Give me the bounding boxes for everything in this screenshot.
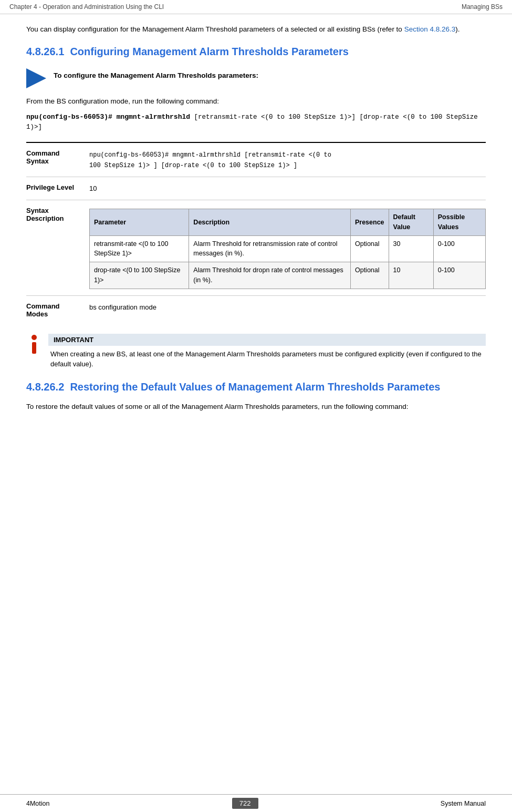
intro-text2: ). <box>455 25 459 33</box>
page-footer: 4Motion 722 System Manual <box>0 794 512 812</box>
table-row: drop-rate <(0 to 100 StepSize 1)> Alarm … <box>90 262 486 289</box>
important-header: IMPORTANT <box>48 334 486 346</box>
section-4826-1-heading: 4.8.26.1 Configuring Management Alarm Th… <box>26 46 486 58</box>
row2-possible: 0-100 <box>433 262 485 289</box>
main-content: You can display configuration for the Ma… <box>0 14 512 449</box>
col-parameter: Parameter <box>90 209 189 236</box>
row2-param: drop-rate <(0 to 100 StepSize 1)> <box>90 262 189 289</box>
section-4826-1-title: Configuring Management Alarm Thresholds … <box>70 46 348 57</box>
privilege-level-content: 10 <box>84 177 486 200</box>
command-bold: npu(config-bs-66053)# mngmnt-alrmthrshld <box>26 113 190 121</box>
param-table: Parameter Description Presence Default V… <box>89 209 486 289</box>
header-section: Managing BSs <box>462 3 503 11</box>
command-display: npu(config-bs-66053)# mngmnt-alrmthrshld… <box>26 112 486 132</box>
footer-page: 722 <box>232 798 258 809</box>
command-modes-section: Command Modes bs configuration mode <box>26 295 486 324</box>
intro-text1: You can display configuration for the Ma… <box>26 25 404 33</box>
col-presence: Presence <box>350 209 389 236</box>
important-icon <box>26 334 42 355</box>
row1-param: retransmit-rate <(0 to 100 StepSize 1)> <box>90 235 189 262</box>
command-syntax-text: npu(config-bs-66053)# mngmnt-alrmthrshld… <box>89 151 331 169</box>
row2-default: 10 <box>389 262 433 289</box>
syntax-desc-section: Syntax Description Parameter Description… <box>26 200 486 295</box>
section-4826-2-heading: 4.8.26.2 Restoring the Default Values of… <box>26 380 486 394</box>
table-row: retransmit-rate <(0 to 100 StepSize 1)> … <box>90 235 486 262</box>
important-content: IMPORTANT When creating a new BS, at lea… <box>48 334 486 369</box>
intro-paragraph: You can display configuration for the Ma… <box>26 24 486 35</box>
note-box: To configure the Management Alarm Thresh… <box>26 67 486 88</box>
syntax-desc-content: Parameter Description Presence Default V… <box>84 200 486 295</box>
row1-default: 30 <box>389 235 433 262</box>
command-modes-label: Command Modes <box>26 296 84 324</box>
footer-right: System Manual <box>441 800 486 807</box>
row1-possible: 0-100 <box>433 235 485 262</box>
body-para-1: From the BS configuration mode, run the … <box>26 96 486 107</box>
command-modes-content: bs configuration mode <box>84 296 486 324</box>
arrow-icon <box>26 68 46 88</box>
svg-marker-0 <box>26 68 46 88</box>
command-syntax-section: Command Syntax npu(config-bs-66053)# mng… <box>26 142 486 177</box>
section-4826-2-title: Restoring the Default Values of Manageme… <box>70 381 440 393</box>
row1-presence: Optional <box>350 235 389 262</box>
row1-desc: Alarm Threshold for retransmission rate … <box>189 235 351 262</box>
col-description: Description <box>189 209 351 236</box>
row2-desc: Alarm Threshold for dropn rate of contro… <box>189 262 351 289</box>
important-box: IMPORTANT When creating a new BS, at lea… <box>26 334 486 369</box>
section-link[interactable]: Section 4.8.26.3 <box>404 25 456 33</box>
page-header: Chapter 4 - Operation and Administration… <box>0 0 512 14</box>
section-4826-1-number: 4.8.26.1 <box>26 46 64 57</box>
col-default: Default Value <box>389 209 433 236</box>
privilege-level-label: Privilege Level <box>26 177 84 200</box>
table-header-row: Parameter Description Presence Default V… <box>90 209 486 236</box>
command-syntax-content: npu(config-bs-66053)# mngmnt-alrmthrshld… <box>84 143 486 177</box>
info-line <box>32 342 36 354</box>
section2-body: To restore the default values of some or… <box>26 401 486 413</box>
col-possible: Possible Values <box>433 209 485 236</box>
important-text: When creating a new BS, at least one of … <box>48 349 486 369</box>
note-text: To configure the Management Alarm Thresh… <box>54 67 258 81</box>
privilege-level-section: Privilege Level 10 <box>26 177 486 200</box>
row2-presence: Optional <box>350 262 389 289</box>
info-dot <box>32 335 37 340</box>
section-4826-2-number: 4.8.26.2 <box>26 381 64 393</box>
command-syntax-label: Command Syntax <box>26 143 84 177</box>
footer-left: 4Motion <box>26 800 49 807</box>
header-chapter: Chapter 4 - Operation and Administration… <box>9 3 164 11</box>
syntax-desc-label: Syntax Description <box>26 200 84 295</box>
